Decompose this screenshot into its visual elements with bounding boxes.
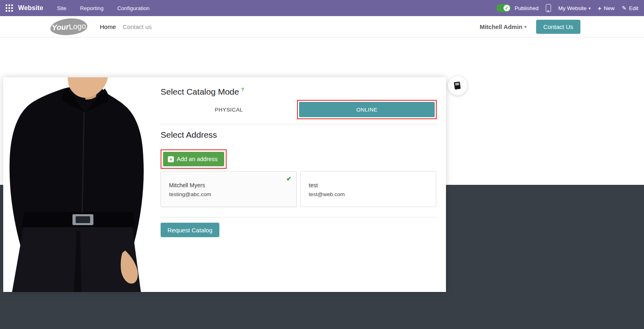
menu-site[interactable]: Site: [57, 5, 66, 11]
divider: [161, 124, 437, 124]
plus-icon: +: [168, 156, 174, 162]
nav-link-contact-us[interactable]: Contact us: [123, 23, 152, 30]
address-card[interactable]: test test@web.com: [300, 171, 436, 207]
catalog-mode-title: Select Catalog Mode?: [161, 87, 244, 97]
published-label: Published: [515, 5, 539, 11]
toggle-switch[interactable]: ✓: [496, 4, 511, 12]
address-name: test: [309, 182, 436, 188]
page: Website Site Reporting Configuration ✓ P…: [0, 0, 644, 329]
product-image: [3, 77, 151, 292]
new-label: New: [604, 5, 615, 11]
mode-option-physical[interactable]: PHYSICAL: [161, 100, 297, 119]
book-icon: [452, 81, 463, 91]
annotation-box-online: ONLINE: [297, 100, 437, 119]
selected-check-icon: ✔: [286, 175, 291, 182]
add-address-button[interactable]: + Add an address: [163, 152, 224, 166]
divider: [161, 217, 437, 217]
apps-grid-icon[interactable]: [6, 4, 13, 12]
logo-text-logo: Logo: [69, 21, 86, 31]
address-email: testing@abc.com: [169, 191, 296, 197]
website-selector-label: My Website: [558, 5, 586, 11]
backend-navbar: Website Site Reporting Configuration ✓ P…: [0, 0, 644, 16]
contact-us-button[interactable]: Contact Us: [536, 20, 580, 34]
app-title[interactable]: Website: [18, 4, 43, 12]
mobile-preview-icon[interactable]: [546, 4, 551, 12]
plus-icon: +: [598, 5, 601, 12]
website-selector[interactable]: My Website ▾: [558, 5, 590, 11]
help-icon[interactable]: ?: [241, 87, 244, 93]
catalog-mode-title-text: Select Catalog Mode: [161, 87, 239, 96]
address-card-selected[interactable]: ✔ Mitchell Myers testing@abc.com: [161, 171, 297, 207]
pencil-icon: ✎: [622, 5, 627, 11]
edit-label: Edit: [629, 5, 638, 11]
site-logo[interactable]: YourLogo: [50, 17, 88, 36]
add-address-label: Add an address: [177, 156, 218, 162]
catalog-book-fab[interactable]: [448, 76, 467, 95]
user-dropdown[interactable]: Mitchell Admin ▾: [480, 23, 526, 30]
mode-option-online[interactable]: ONLINE: [299, 102, 435, 117]
annotation-box-add-address: + Add an address: [161, 149, 227, 169]
request-catalog-button[interactable]: Request Catalog: [161, 223, 219, 237]
user-name: Mitchell Admin: [480, 23, 522, 30]
select-address-title: Select Address: [161, 130, 217, 140]
address-email: test@web.com: [309, 191, 436, 197]
catalog-form: Select Catalog Mode? PHYSICAL ONLINE Sel…: [161, 77, 437, 292]
chevron-down-icon: ▾: [524, 25, 526, 29]
logo-text-your: Your: [52, 22, 69, 31]
address-name: Mitchell Myers: [169, 182, 296, 188]
address-list: ✔ Mitchell Myers testing@abc.com test te…: [161, 171, 437, 207]
mode-selector: PHYSICAL ONLINE: [161, 100, 437, 119]
chevron-down-icon: ▾: [588, 6, 590, 10]
site-navbar: YourLogo Home Contact us Mitchell Admin …: [0, 16, 644, 37]
edit-button[interactable]: ✎ Edit: [622, 5, 638, 11]
nav-link-home[interactable]: Home: [100, 23, 116, 30]
new-button[interactable]: + New: [598, 5, 615, 12]
man-in-black-shirt-illustration: [3, 77, 151, 292]
catalog-request-card: Select Catalog Mode? PHYSICAL ONLINE Sel…: [3, 77, 446, 292]
menu-configuration[interactable]: Configuration: [117, 5, 149, 11]
check-icon: ✓: [504, 5, 510, 11]
published-toggle[interactable]: ✓ Published: [496, 4, 539, 12]
menu-reporting[interactable]: Reporting: [80, 5, 104, 11]
